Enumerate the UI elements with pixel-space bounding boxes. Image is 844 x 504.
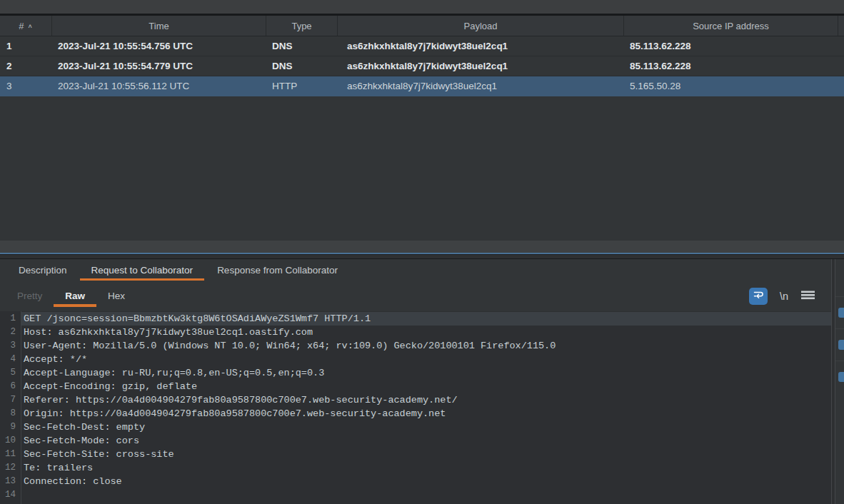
line-number: 4 — [0, 353, 21, 366]
line-text: GET /jsonc=session=BbmzbtKw3ktg8W6tOSAdi… — [21, 312, 831, 326]
gutter-divider — [21, 311, 21, 504]
tab-response-from-collaborator[interactable]: Response from Collaborator — [205, 259, 350, 281]
view-tab-hex[interactable]: Hex — [96, 281, 136, 311]
cell-source-ip: 5.165.50.28 — [624, 81, 838, 91]
inspector-section[interactable] — [835, 296, 844, 328]
line-number: 13 — [0, 475, 21, 488]
editor-line: 9Sec-Fetch-Dest: empty — [0, 420, 831, 434]
column-header-label: # — [19, 21, 24, 31]
line-text: Sec-Fetch-Site: cross-site — [21, 448, 831, 461]
column-header-payload[interactable]: Payload — [338, 16, 624, 36]
burp-collaborator-view: #∧TimeTypePayloadSource IP address 12023… — [0, 0, 844, 504]
line-number: 6 — [0, 380, 21, 393]
view-tab-label: Raw — [65, 291, 85, 301]
blue-badge-icon — [838, 308, 844, 318]
editor-line: 7Referer: https://0a4d004904279fab80a958… — [0, 393, 831, 407]
cell-type: HTTP — [266, 81, 338, 91]
tab-label: Request to Collaborator — [91, 265, 194, 276]
column-header-label: Payload — [464, 21, 498, 31]
column-header-label: Source IP address — [693, 21, 769, 31]
line-text: Sec-Fetch-Mode: cors — [21, 434, 831, 448]
table-body: 12023-Jul-21 10:55:54.756 UTCDNSas6zhkxh… — [0, 36, 844, 241]
line-text: User-Agent: Mozilla/5.0 (Windows NT 10.0… — [21, 339, 831, 353]
cell-type: DNS — [266, 61, 338, 71]
inspector-section[interactable] — [835, 361, 844, 393]
cell-payload: as6zhkxhktal8y7j7kidwyt38uel2cq1 — [338, 61, 624, 71]
show-newlines-button[interactable]: \n — [780, 291, 788, 302]
column-header-label: Time — [149, 21, 169, 31]
word-wrap-icon — [753, 289, 764, 303]
line-text — [21, 488, 831, 502]
menu-icon — [800, 289, 815, 303]
line-text: Host: as6zhkxhktal8y7j7kidwyt38uel2cq1.o… — [21, 326, 831, 339]
line-number: 2 — [0, 326, 21, 339]
line-number: 11 — [0, 448, 21, 461]
line-number: 10 — [0, 434, 21, 448]
table-header: #∧TimeTypePayloadSource IP address — [0, 16, 844, 36]
cell-number: 2 — [0, 61, 52, 71]
tab-label: Description — [19, 265, 67, 276]
editor-line: 2Host: as6zhkxhktal8y7j7kidwyt38uel2cq1.… — [0, 326, 831, 339]
word-wrap-button[interactable] — [749, 288, 768, 305]
cell-time: 2023-Jul-21 10:55:54.756 UTC — [52, 41, 266, 51]
line-number: 9 — [0, 420, 21, 434]
line-number: 1 — [0, 312, 21, 326]
view-tab-label: Hex — [108, 291, 125, 301]
column-header-time[interactable]: Time — [52, 16, 266, 36]
line-text: Origin: https://0a4d004904279fab80a95878… — [21, 407, 831, 420]
interaction-detail-panel: DescriptionRequest to CollaboratorRespon… — [0, 259, 831, 504]
table-row[interactable]: 22023-Jul-21 10:55:54.779 UTCDNSas6zhkxh… — [0, 56, 844, 76]
line-text: Te: trailers — [21, 461, 831, 475]
tab-description[interactable]: Description — [6, 259, 79, 281]
view-tab-raw[interactable]: Raw — [54, 281, 96, 311]
sort-ascending-icon: ∧ — [27, 23, 32, 29]
editor-menu-button[interactable] — [800, 289, 815, 303]
inspector-section[interactable] — [835, 328, 844, 361]
line-number: 8 — [0, 407, 21, 420]
line-text: Accept: */* — [21, 353, 831, 366]
cell-time: 2023-Jul-21 10:55:56.112 UTC — [52, 81, 266, 91]
editor-line: 12Te: trailers — [0, 461, 831, 475]
editor-line: 5Accept-Language: ru-RU,ru;q=0.8,en-US;q… — [0, 366, 831, 380]
editor-line: 14 — [0, 488, 831, 502]
view-tab-label: Pretty — [17, 291, 42, 301]
line-number: 3 — [0, 339, 21, 353]
line-number: 5 — [0, 366, 21, 380]
cell-type: DNS — [266, 41, 338, 51]
column-header-source-ip-address[interactable]: Source IP address — [624, 16, 838, 36]
cell-time: 2023-Jul-21 10:55:54.779 UTC — [52, 61, 266, 71]
line-text: Sec-Fetch-Dest: empty — [21, 420, 831, 434]
editor-line: 4Accept: */* — [0, 353, 831, 366]
line-number: 14 — [0, 488, 21, 502]
horizontal-splitter[interactable] — [0, 254, 844, 259]
line-text: Accept-Language: ru-RU,ru;q=0.8,en-US;q=… — [21, 366, 831, 380]
editor-line: 1GET /jsonc=session=BbmzbtKw3ktg8W6tOSAd… — [0, 312, 831, 326]
editor-line: 13Connection: close — [0, 475, 831, 488]
view-tab-bar: PrettyRawHex — [0, 281, 136, 311]
cell-payload: as6zhkxhktal8y7j7kidwyt38uel2cq1 — [338, 81, 624, 91]
interactions-table-panel: #∧TimeTypePayloadSource IP address 12023… — [0, 16, 844, 254]
cell-payload: as6zhkxhktal8y7j7kidwyt38uel2cq1 — [338, 41, 624, 51]
tab-request-to-collaborator[interactable]: Request to Collaborator — [79, 259, 206, 281]
toolbar-strip — [0, 0, 844, 14]
horizontal-scrollbar[interactable] — [0, 241, 844, 253]
cell-number: 1 — [0, 41, 52, 51]
tab-label: Response from Collaborator — [217, 265, 338, 276]
column-header-type[interactable]: Type — [266, 16, 338, 36]
table-row[interactable]: 32023-Jul-21 10:55:56.112 UTCHTTPas6zhkx… — [0, 76, 844, 96]
column-header-label: Type — [291, 21, 311, 31]
line-text: Connection: close — [21, 475, 831, 488]
request-raw-editor[interactable]: 1GET /jsonc=session=BbmzbtKw3ktg8W6tOSAd… — [0, 311, 831, 504]
inspector-panel — [835, 259, 844, 504]
cell-number: 3 — [0, 81, 52, 91]
line-text: Accept-Encoding: gzip, deflate — [21, 380, 831, 393]
column-header-scroll-corner[interactable] — [838, 16, 844, 36]
message-editor-toolbar: PrettyRawHex \n — [0, 281, 831, 311]
blue-badge-icon — [838, 340, 844, 350]
detail-tab-bar: DescriptionRequest to CollaboratorRespon… — [0, 259, 831, 281]
line-number: 7 — [0, 393, 21, 407]
editor-line: 6Accept-Encoding: gzip, deflate — [0, 380, 831, 393]
table-row[interactable]: 12023-Jul-21 10:55:54.756 UTCDNSas6zhkxh… — [0, 36, 844, 56]
column-header-#[interactable]: #∧ — [0, 16, 52, 36]
view-tab-pretty[interactable]: Pretty — [6, 281, 54, 311]
